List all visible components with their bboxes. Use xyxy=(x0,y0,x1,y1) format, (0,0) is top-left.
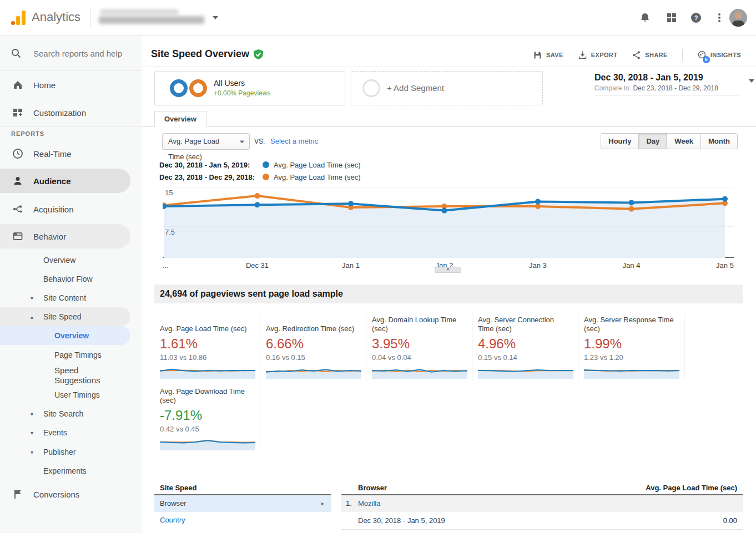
chevron-down-icon xyxy=(213,16,218,19)
chevron-down-icon: ▾ xyxy=(31,411,33,417)
chevron-down-icon: ▾ xyxy=(31,449,33,455)
scorecard-percent: 1.99% xyxy=(584,336,677,352)
x-axis-label: Jan 1 xyxy=(323,261,379,270)
divider xyxy=(682,49,683,61)
sidebar: Home Customization REPORTS Real-Time Aud… xyxy=(0,35,142,533)
segment-donut-blue-icon xyxy=(170,79,188,97)
dimension-row-country[interactable]: Country xyxy=(154,512,331,529)
legend-dot-blue-icon xyxy=(263,161,269,168)
scorecard-percent: 3.95% xyxy=(372,336,465,352)
annotations-expander-button[interactable]: ▾ xyxy=(435,267,461,273)
sparkline-chart xyxy=(478,364,571,381)
scorecard-page-download-time[interactable]: Avg. Page Download Time (sec) -7.91% 0.4… xyxy=(154,385,260,453)
granularity-hourly-button[interactable]: Hourly xyxy=(601,133,639,149)
insights-button[interactable]: 6 INSIGHTS xyxy=(697,50,741,60)
empty-segment-circle-icon xyxy=(362,79,380,97)
sidebar-item-audience[interactable]: Audience xyxy=(0,169,130,193)
sidebar-item-speed-overview-active[interactable]: Overview xyxy=(0,326,130,345)
scorecard-comparison: 1.23 vs 1.20 xyxy=(584,353,677,362)
select-metric-link[interactable]: Select a metric xyxy=(270,137,318,145)
sidebar-item-page-timings[interactable]: Page Timings xyxy=(0,346,142,364)
search-input[interactable] xyxy=(33,45,133,61)
sidebar-item-site-content[interactable]: ▾ Site Content xyxy=(0,288,142,307)
analytics-app: Analytics ? Home xyxy=(0,0,756,533)
product-name: Analytics xyxy=(32,10,80,24)
tab-overview[interactable]: Overview xyxy=(154,111,206,127)
legend-row-previous: Dec 23, 2018 - Dec 29, 2018: Avg. Page L… xyxy=(159,171,361,183)
acquisition-icon xyxy=(12,204,23,215)
sidebar-item-site-speed[interactable]: ▴ Site Speed xyxy=(0,307,130,326)
user-avatar[interactable] xyxy=(729,9,747,27)
table-row-mozilla: 1. Mozilla xyxy=(341,495,743,512)
y-tick-label: 15 xyxy=(165,189,173,197)
x-axis-label: ... xyxy=(163,261,169,270)
granularity-month-button[interactable]: Month xyxy=(700,133,738,149)
scorecard-page-load-time[interactable]: Avg. Page Load Time (sec) 1.61% 11.03 vs… xyxy=(154,313,260,381)
metric-selector-dropdown[interactable]: Avg. Page Load Time (sec) xyxy=(162,133,250,150)
scorecard-server-connection-time[interactable]: Avg. Server Connection Time (sec) 4.96% … xyxy=(472,313,578,381)
segment-all-users[interactable]: All Users +0.00% Pageviews xyxy=(154,71,345,105)
dimension-row-browser[interactable]: Browser ▸ xyxy=(154,495,331,512)
sidebar-item-behavior-overview[interactable]: Overview xyxy=(0,251,142,270)
x-axis-label: Dec 31 xyxy=(230,261,285,270)
scorecard-server-response-time[interactable]: Avg. Server Response Time (sec) 1.99% 1.… xyxy=(578,313,684,381)
chevron-down-icon xyxy=(240,140,245,143)
save-icon xyxy=(533,50,542,60)
chart-legend: Dec 30, 2018 - Jan 5, 2019: Avg. Page Lo… xyxy=(159,159,361,183)
save-button[interactable]: SAVE xyxy=(533,50,563,60)
sidebar-item-events[interactable]: ▾ Events xyxy=(0,423,142,442)
sidebar-item-customization[interactable]: Customization xyxy=(0,100,142,125)
sidebar-item-realtime[interactable]: Real-Time xyxy=(0,141,142,166)
scorecard-redirection-time[interactable]: Avg. Redirection Time (sec) 6.66% 0.16 v… xyxy=(260,313,366,381)
sidebar-item-acquisition[interactable]: Acquisition xyxy=(0,197,142,221)
scorecard-percent: 4.96% xyxy=(478,336,571,352)
sidebar-item-behavior-flow[interactable]: Behavior Flow xyxy=(0,270,142,288)
mozilla-link[interactable]: Mozilla xyxy=(358,495,380,512)
insights-count-badge: 6 xyxy=(703,56,710,63)
granularity-week-button[interactable]: Week xyxy=(667,133,701,149)
scorecard-comparison: 0.42 vs 0.45 xyxy=(160,425,253,433)
sidebar-item-conversions[interactable]: Conversions xyxy=(0,482,142,506)
date-range-selector[interactable]: Dec 30, 2018 - Jan 5, 2019 Compare to: D… xyxy=(594,73,739,95)
x-axis-label: Jan 3 xyxy=(510,261,566,270)
granularity-day-button[interactable]: Day xyxy=(638,133,667,149)
chevron-down-icon xyxy=(749,79,754,83)
dimension-picker-table: Site Speed Browser ▸ Country xyxy=(154,481,331,529)
browser-data-table: Browser Avg. Page Load Time (sec) 1. Moz… xyxy=(341,481,743,530)
scorecard-percent: -7.91% xyxy=(160,408,253,423)
add-segment-button[interactable]: + Add Segment xyxy=(351,71,543,105)
divider xyxy=(90,8,90,28)
scorecard-domain-lookup-time[interactable]: Avg. Domain Lookup Time (sec) 3.95% 0.04… xyxy=(366,313,472,381)
row-rank: 1. xyxy=(346,495,352,512)
sidebar-item-site-search[interactable]: ▾ Site Search xyxy=(0,404,142,423)
legend-row-current: Dec 30, 2018 - Jan 5, 2019: Avg. Page Lo… xyxy=(159,159,361,171)
customization-icon xyxy=(12,107,23,118)
share-button[interactable]: SHARE xyxy=(632,50,668,60)
table-header: Browser Avg. Page Load Time (sec) xyxy=(341,481,743,495)
sidebar-item-speed-suggestions[interactable]: Speed Suggestions xyxy=(0,363,142,388)
tab-strip: Overview xyxy=(142,111,756,127)
sparkline-chart xyxy=(584,364,677,381)
chevron-right-icon: ▸ xyxy=(321,495,324,512)
sparkline-chart xyxy=(266,364,359,381)
notifications-bell-icon[interactable] xyxy=(639,12,651,23)
top-bar: Analytics ? xyxy=(0,0,756,35)
sidebar-item-user-timings[interactable]: User Timings xyxy=(0,385,142,404)
redacted-account-line xyxy=(100,9,178,14)
sidebar-item-experiments[interactable]: Experiments xyxy=(0,461,142,480)
sidebar-item-publisher[interactable]: ▾ Publisher xyxy=(0,443,142,461)
export-button[interactable]: EXPORT xyxy=(578,50,618,60)
divider xyxy=(0,126,142,126)
help-icon[interactable]: ? xyxy=(691,12,702,23)
reports-section-label: REPORTS xyxy=(11,130,44,137)
table-row-date-value: Dec 30, 2018 - Jan 5, 2019 0.00 xyxy=(341,512,743,530)
apps-grid-icon[interactable] xyxy=(666,12,677,23)
search-icon xyxy=(11,48,22,59)
sidebar-item-behavior[interactable]: Behavior xyxy=(0,224,130,248)
sidebar-search xyxy=(0,35,142,71)
account-picker[interactable] xyxy=(99,8,218,27)
sidebar-item-home[interactable]: Home xyxy=(0,73,142,97)
download-icon xyxy=(578,50,587,60)
sparkline-chart xyxy=(372,364,465,381)
more-options-icon[interactable] xyxy=(714,12,725,23)
